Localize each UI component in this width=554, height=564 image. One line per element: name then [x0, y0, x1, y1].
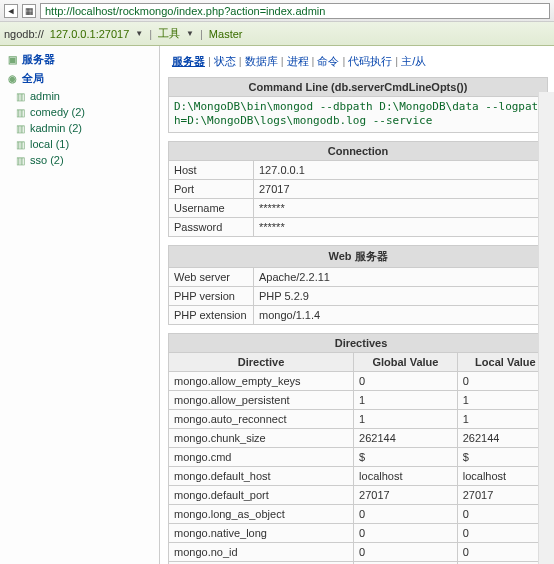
global-cell: 0	[354, 371, 458, 390]
value-cell: ******	[254, 217, 548, 236]
panel-header: Command Line (db.serverCmdLineOpts())	[169, 78, 548, 97]
key-cell: Username	[169, 198, 254, 217]
dropdown-arrow-icon[interactable]: ▼	[135, 29, 143, 38]
tab-6[interactable]: 主/从	[401, 55, 426, 67]
main-content: 服务器|状态|数据库|进程|命令|代码执行|主/从 Command Line (…	[160, 46, 554, 564]
mongo-toolbar: ngodb:// 127.0.0.1:27017 ▼ | 工具 ▼ | Mast…	[0, 22, 554, 46]
tab-2[interactable]: 数据库	[245, 55, 278, 67]
dir-cell: mongo.chunk_size	[169, 428, 354, 447]
global-cell: localhost	[354, 466, 458, 485]
table-row: Port27017	[169, 179, 548, 198]
panel-header: Web 服务器	[169, 245, 548, 267]
separator: |	[149, 28, 152, 40]
dir-cell: mongo.cmd	[169, 447, 354, 466]
table-row: Password******	[169, 217, 548, 236]
database-icon: ▥	[14, 154, 26, 166]
tab-separator: |	[342, 55, 345, 67]
global-cell: 1	[354, 390, 458, 409]
sidebar-db-comedy[interactable]: ▥comedy (2)	[0, 104, 159, 120]
web-server-panel: Web 服务器 Web serverApache/2.2.11PHP versi…	[168, 245, 548, 325]
proto-label: ngodb://	[4, 28, 44, 40]
db-label: comedy (2)	[30, 106, 85, 118]
table-row: mongo.no_id00	[169, 542, 554, 561]
db-label: local (1)	[30, 138, 69, 150]
value-cell: 127.0.0.1	[254, 160, 548, 179]
database-icon: ▥	[14, 138, 26, 150]
value-cell: 27017	[254, 179, 548, 198]
tools-link[interactable]: 工具	[158, 26, 180, 41]
table-row: Username******	[169, 198, 548, 217]
sidebar-global-label: 全局	[22, 71, 44, 86]
connection-panel: Connection Host127.0.0.1Port27017Usernam…	[168, 141, 548, 237]
table-row: mongo.native_long00	[169, 523, 554, 542]
global-cell: $	[354, 447, 458, 466]
sidebar-global[interactable]: ◉ 全局	[0, 69, 159, 88]
table-row: PHP extensionmongo/1.1.4	[169, 305, 548, 324]
global-cell: 262144	[354, 428, 458, 447]
db-label: sso (2)	[30, 154, 64, 166]
key-cell: Port	[169, 179, 254, 198]
table-row: PHP versionPHP 5.2.9	[169, 286, 548, 305]
dir-cell: mongo.default_port	[169, 485, 354, 504]
url-input[interactable]	[40, 3, 550, 19]
value-cell: mongo/1.1.4	[254, 305, 548, 324]
sidebar-db-admin[interactable]: ▥admin	[0, 88, 159, 104]
value-cell: Apache/2.2.11	[254, 267, 548, 286]
table-row: mongo.cmd$$	[169, 447, 554, 466]
tab-4[interactable]: 命令	[317, 55, 339, 67]
sidebar-db-kadmin[interactable]: ▥kadmin (2)	[0, 120, 159, 136]
key-cell: PHP extension	[169, 305, 254, 324]
key-cell: PHP version	[169, 286, 254, 305]
col-directive: Directive	[169, 352, 354, 371]
dir-cell: mongo.allow_empty_keys	[169, 371, 354, 390]
table-row: mongo.long_as_object00	[169, 504, 554, 523]
tab-separator: |	[281, 55, 284, 67]
table-row: mongo.allow_empty_keys00	[169, 371, 554, 390]
key-cell: Web server	[169, 267, 254, 286]
dir-cell: mongo.default_host	[169, 466, 354, 485]
page-icon: ▦	[22, 4, 36, 18]
global-cell: 27017	[354, 485, 458, 504]
tab-5[interactable]: 代码执行	[348, 55, 392, 67]
nav-back-icon[interactable]: ◄	[4, 4, 18, 18]
table-row: mongo.chunk_size262144262144	[169, 428, 554, 447]
separator: |	[200, 28, 203, 40]
value-cell: ******	[254, 198, 548, 217]
command-line-content: D:\MongoDB\bin\mongod --dbpath D:\MongoD…	[169, 97, 548, 133]
vertical-scrollbar[interactable]	[538, 92, 554, 564]
col-global: Global Value	[354, 352, 458, 371]
browser-address-bar: ◄ ▦	[0, 0, 554, 22]
dir-cell: mongo.no_id	[169, 542, 354, 561]
sidebar-server-label: 服务器	[22, 52, 55, 67]
tab-separator: |	[312, 55, 315, 67]
dropdown-arrow-icon[interactable]: ▼	[186, 29, 194, 38]
db-label: kadmin (2)	[30, 122, 82, 134]
sidebar-server[interactable]: ▣ 服务器	[0, 50, 159, 69]
dir-cell: mongo.long_as_object	[169, 504, 354, 523]
tab-separator: |	[239, 55, 242, 67]
host-link[interactable]: 127.0.0.1:27017	[50, 28, 130, 40]
table-row: mongo.auto_reconnect11	[169, 409, 554, 428]
dir-cell: mongo.native_long	[169, 523, 354, 542]
tab-0[interactable]: 服务器	[172, 55, 205, 67]
tab-3[interactable]: 进程	[287, 55, 309, 67]
sidebar-db-sso[interactable]: ▥sso (2)	[0, 152, 159, 168]
global-cell: 0	[354, 523, 458, 542]
sidebar: ▣ 服务器 ◉ 全局 ▥admin ▥comedy (2)▥kadmin (2)…	[0, 46, 160, 564]
database-icon: ▥	[14, 90, 26, 102]
tab-bar: 服务器|状态|数据库|进程|命令|代码执行|主/从	[168, 52, 554, 77]
globe-icon: ◉	[6, 73, 18, 85]
db-label: admin	[30, 90, 60, 102]
database-icon: ▥	[14, 122, 26, 134]
table-row: Host127.0.0.1	[169, 160, 548, 179]
dir-cell: mongo.allow_persistent	[169, 390, 354, 409]
global-cell: 0	[354, 542, 458, 561]
tab-separator: |	[208, 55, 211, 67]
directives-panel: Directives Directive Global Value Local …	[168, 333, 554, 564]
sidebar-db-local[interactable]: ▥local (1)	[0, 136, 159, 152]
master-link[interactable]: Master	[209, 28, 243, 40]
value-cell: PHP 5.2.9	[254, 286, 548, 305]
tab-1[interactable]: 状态	[214, 55, 236, 67]
table-row: mongo.default_port2701727017	[169, 485, 554, 504]
table-row: Web serverApache/2.2.11	[169, 267, 548, 286]
